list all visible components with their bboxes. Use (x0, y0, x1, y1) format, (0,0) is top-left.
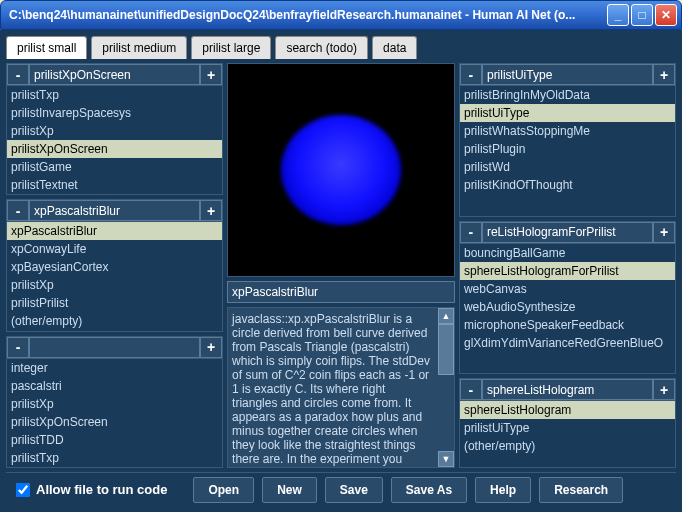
list-item[interactable]: prilistWhatsStoppingMe (460, 122, 675, 140)
filter-input[interactable] (29, 64, 200, 85)
list-item[interactable]: bouncingBallGame (460, 244, 675, 262)
list-item[interactable]: prilistXp (7, 276, 222, 294)
list-item[interactable]: prilistWd (460, 158, 675, 176)
collapse-button[interactable]: - (460, 222, 482, 243)
list-item[interactable]: microphoneSpeakerFeedback (460, 316, 675, 334)
list-item[interactable]: glXdimYdimVarianceRedGreenBlueO (460, 334, 675, 352)
list-item[interactable]: prilistPlugin (460, 140, 675, 158)
filter-input[interactable] (482, 379, 653, 400)
expand-button[interactable]: + (653, 64, 675, 85)
tab-prilist-large[interactable]: prilist large (191, 36, 271, 59)
list-right-2: bouncingBallGamesphereListHologramForPri… (460, 244, 675, 374)
allow-run-checkbox-label[interactable]: Allow file to run code (16, 482, 167, 497)
list-right-1: prilistBringInMyOldDataprilistUiTypepril… (460, 86, 675, 216)
preview-canvas (227, 63, 455, 277)
collapse-button[interactable]: - (7, 200, 29, 221)
list-item[interactable]: prilistTextnet (7, 176, 222, 194)
scrollbar[interactable]: ▲ ▼ (438, 308, 454, 467)
list-item[interactable]: prilistTxp (7, 449, 222, 467)
tab-bar: prilist small prilist medium prilist lar… (6, 36, 676, 59)
list-item[interactable]: sphereListHologram (460, 401, 675, 419)
list-item[interactable]: (other/empty) (7, 312, 222, 330)
tab-data[interactable]: data (372, 36, 417, 59)
tab-prilist-small[interactable]: prilist small (6, 36, 87, 59)
list-item[interactable]: prilistUiType (460, 419, 675, 437)
list-item[interactable]: prilistXpOnScreen (7, 413, 222, 431)
description-textarea[interactable]: javaclass::xp.xpPascalstriBlur is a circ… (228, 308, 438, 467)
list-item[interactable]: prilistXpOnScreen (7, 140, 222, 158)
tab-prilist-medium[interactable]: prilist medium (91, 36, 187, 59)
list-left-2: xpPascalstriBlurxpConwayLifexpBayesianCo… (7, 222, 222, 330)
list-item[interactable]: prilistKindOfThought (460, 176, 675, 194)
expand-button[interactable]: + (200, 337, 222, 358)
list-item[interactable]: prilistXp (7, 395, 222, 413)
filter-input[interactable] (29, 200, 200, 221)
filter-input[interactable] (482, 222, 653, 243)
expand-button[interactable]: + (653, 222, 675, 243)
list-item[interactable]: prilistBringInMyOldData (460, 86, 675, 104)
close-button[interactable]: ✕ (655, 4, 677, 26)
allow-run-text: Allow file to run code (36, 482, 167, 497)
footer-bar: Allow file to run code Open New Save Sav… (6, 472, 676, 506)
maximize-button[interactable]: □ (631, 4, 653, 26)
scroll-up-button[interactable]: ▲ (438, 308, 454, 324)
list-item[interactable]: xpPascalstriBlur (7, 222, 222, 240)
list-item[interactable]: prilistPrilist (7, 294, 222, 312)
scroll-down-button[interactable]: ▼ (438, 451, 454, 467)
list-item[interactable]: prilistUiType (460, 104, 675, 122)
expand-button[interactable]: + (200, 200, 222, 221)
list-item[interactable]: prilistXp (7, 122, 222, 140)
open-button[interactable]: Open (193, 477, 254, 503)
scroll-thumb[interactable] (438, 324, 454, 375)
filter-input[interactable] (29, 337, 200, 358)
titlebar: C:\benq24\humanainet\unifiedDesignDocQ24… (0, 0, 682, 30)
list-item[interactable]: prilistTDD (7, 431, 222, 449)
list-left-1: prilistTxpprilistInvarepSpacesysprilistX… (7, 86, 222, 194)
save-button[interactable]: Save (325, 477, 383, 503)
filter-input[interactable] (482, 64, 653, 85)
collapse-button[interactable]: - (460, 379, 482, 400)
allow-run-checkbox[interactable] (16, 483, 30, 497)
help-button[interactable]: Help (475, 477, 531, 503)
item-title-field[interactable] (227, 281, 455, 303)
new-button[interactable]: New (262, 477, 317, 503)
list-item[interactable]: webAudioSynthesize (460, 298, 675, 316)
list-item[interactable]: prilistGame (7, 158, 222, 176)
collapse-button[interactable]: - (7, 64, 29, 85)
tab-search[interactable]: search (todo) (275, 36, 368, 59)
minimize-button[interactable]: _ (607, 4, 629, 26)
list-item[interactable]: sphereListHologramForPrilist (460, 262, 675, 280)
expand-button[interactable]: + (200, 64, 222, 85)
list-item[interactable]: integer (7, 359, 222, 377)
list-item[interactable]: xpBayesianCortex (7, 258, 222, 276)
collapse-button[interactable]: - (460, 64, 482, 85)
list-item[interactable]: pascalstri (7, 377, 222, 395)
save-as-button[interactable]: Save As (391, 477, 467, 503)
research-button[interactable]: Research (539, 477, 623, 503)
list-item[interactable]: xpConwayLife (7, 240, 222, 258)
blur-circle-graphic (281, 115, 401, 225)
list-item[interactable]: (other/empty) (460, 437, 675, 455)
list-item[interactable]: prilistTxp (7, 86, 222, 104)
list-right-3: sphereListHologramprilistUiType(other/em… (460, 401, 675, 467)
list-item[interactable]: prilistInvarepSpacesys (7, 104, 222, 122)
list-left-3: integerpascalstriprilistXpprilistXpOnScr… (7, 359, 222, 467)
collapse-button[interactable]: - (7, 337, 29, 358)
list-item[interactable]: webCanvas (460, 280, 675, 298)
window-title: C:\benq24\humanainet\unifiedDesignDocQ24… (5, 8, 607, 22)
expand-button[interactable]: + (653, 379, 675, 400)
